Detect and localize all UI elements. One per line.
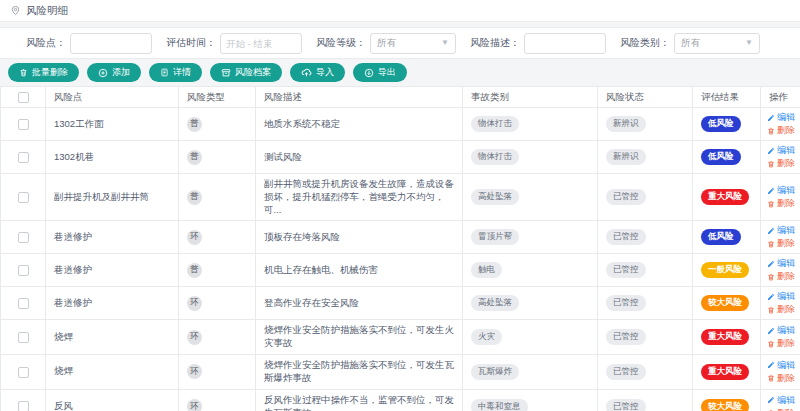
trash-icon [19, 68, 28, 77]
delete-link[interactable]: 删除 [767, 407, 796, 411]
risk-archive-button[interactable]: 风险档案 [210, 63, 282, 82]
risk-desc-label: 风险描述： [470, 36, 520, 50]
edit-link[interactable]: 编辑 [767, 184, 796, 197]
risk-level-select[interactable]: 所有 ▼ [370, 33, 456, 54]
chevron-down-icon: ▼ [745, 39, 753, 47]
delete-link[interactable]: 删除 [767, 303, 796, 316]
actions-cell: 编辑 删除 [761, 287, 800, 320]
risk-category-select[interactable]: 所有 ▼ [674, 33, 760, 54]
table-row: 1302机巷 普 测试风险 物体打击 新辨识 低风险 [1, 141, 800, 174]
accident-cell: 物体打击 [463, 141, 598, 174]
risk-point-cell: 1302机巷 [46, 141, 179, 174]
risk-status-badge: 已管控 [606, 295, 646, 311]
pencil-icon [767, 114, 775, 122]
delete-link[interactable]: 删除 [767, 372, 796, 385]
edit-link[interactable]: 编辑 [767, 257, 796, 270]
risk-type-badge: 普 [187, 190, 202, 205]
accident-cell: 高处坠落 [463, 174, 598, 221]
risk-status-badge: 新辨识 [606, 149, 646, 165]
filter-risk-desc: 风险描述： [470, 33, 606, 54]
edit-link[interactable]: 编辑 [767, 394, 796, 407]
assess-result-cell: 低风险 [693, 141, 761, 174]
add-button[interactable]: 添加 [87, 63, 141, 82]
row-checkbox[interactable] [18, 192, 29, 203]
risk-point-cell: 烧焊 [46, 320, 179, 355]
delete-link[interactable]: 删除 [767, 237, 796, 250]
risk-point-cell: 反风 [46, 389, 179, 411]
row-checkbox[interactable] [18, 367, 29, 378]
edit-link[interactable]: 编辑 [767, 290, 796, 303]
pencil-icon [767, 293, 775, 301]
import-button[interactable]: 导入 [290, 63, 345, 82]
table-row: 巷道修护 普 机电上存在触电、机械伤害 触电 已管控 一般风险 [1, 254, 800, 287]
batch-delete-button[interactable]: 批量删除 [8, 63, 79, 82]
risk-desc-cell: 顶板存在垮落风险 [256, 221, 463, 254]
risk-point-cell: 副井提升机及副井井筒 [46, 174, 179, 221]
accident-cell: 高处坠落 [463, 287, 598, 320]
row-checkbox[interactable] [18, 119, 29, 130]
accident-cell: 触电 [463, 254, 598, 287]
row-checkbox[interactable] [18, 265, 29, 276]
row-checkbox[interactable] [18, 401, 29, 411]
accident-badge: 物体打击 [471, 149, 519, 165]
risk-point-cell: 巷道修护 [46, 254, 179, 287]
row-checkbox-cell [1, 254, 46, 287]
filter-risk-level: 风险等级： 所有 ▼ [316, 33, 456, 54]
actions-cell: 编辑 删除 [761, 320, 800, 355]
table-row: 巷道修护 环 登高作业存在安全风险 高处坠落 已管控 较大风险 [1, 287, 800, 320]
row-checkbox[interactable] [18, 152, 29, 163]
col-risk-status: 风险状态 [598, 87, 693, 108]
risk-desc-input[interactable] [524, 33, 606, 54]
risk-status-badge: 已管控 [606, 399, 646, 411]
delete-link[interactable]: 删除 [767, 197, 796, 210]
col-risk-type: 风险类型 [179, 87, 256, 108]
row-checkbox-cell [1, 389, 46, 411]
accident-badge: 物体打击 [471, 116, 519, 132]
actions-cell: 编辑 删除 [761, 254, 800, 287]
actions-cell: 编辑 删除 [761, 108, 800, 141]
accident-cell: 火灾 [463, 320, 598, 355]
trash-icon [767, 273, 775, 281]
risk-type-badge: 环 [187, 399, 202, 411]
delete-link[interactable]: 删除 [767, 337, 796, 350]
edit-link[interactable]: 编辑 [767, 324, 796, 337]
select-all-checkbox[interactable] [18, 92, 29, 103]
assess-result-badge: 较大风险 [701, 399, 749, 411]
cloud-upload-icon [301, 67, 312, 78]
assess-time-label: 评估时间： [166, 36, 216, 50]
row-checkbox-cell [1, 355, 46, 390]
pencil-icon [767, 147, 775, 155]
col-actions: 操作 [761, 87, 800, 108]
edit-link[interactable]: 编辑 [767, 111, 796, 124]
delete-link[interactable]: 删除 [767, 157, 796, 170]
table-row: 副井提升机及副井井筒 普 副井井筒或提升机房设备发生故障，造成设备损坏，提升机猛… [1, 174, 800, 221]
detail-button[interactable]: 详情 [149, 63, 202, 82]
risk-status-cell: 已管控 [598, 174, 693, 221]
edit-link[interactable]: 编辑 [767, 144, 796, 157]
row-checkbox[interactable] [18, 332, 29, 343]
delete-link[interactable]: 删除 [767, 270, 796, 283]
row-checkbox[interactable] [18, 298, 29, 309]
risk-type-badge: 环 [187, 330, 202, 345]
edit-link[interactable]: 编辑 [767, 224, 796, 237]
detail-doc-icon [160, 68, 169, 77]
row-checkbox[interactable] [18, 232, 29, 243]
export-button[interactable]: 导出 [353, 63, 407, 82]
col-risk-point: 风险点 [46, 87, 179, 108]
assess-result-cell: 重大风险 [693, 174, 761, 221]
filter-risk-category: 风险类别： 所有 ▼ [620, 33, 760, 54]
delete-link[interactable]: 删除 [767, 124, 796, 137]
table-row: 1302工作面 普 地质水系统不稳定 物体打击 新辨识 低风险 [1, 108, 800, 141]
archive-icon [221, 68, 231, 78]
accident-badge: 中毒和窒息 [471, 399, 528, 411]
assess-time-input[interactable] [220, 33, 302, 54]
actions-cell: 编辑 删除 [761, 174, 800, 221]
accident-badge: 高处坠落 [471, 295, 519, 311]
filter-risk-point: 风险点： [26, 33, 152, 54]
risk-status-cell: 已管控 [598, 221, 693, 254]
accident-cell: 物体打击 [463, 108, 598, 141]
risk-type-cell: 普 [179, 254, 256, 287]
actions-cell: 编辑 删除 [761, 221, 800, 254]
risk-point-input[interactable] [70, 33, 152, 54]
edit-link[interactable]: 编辑 [767, 359, 796, 372]
